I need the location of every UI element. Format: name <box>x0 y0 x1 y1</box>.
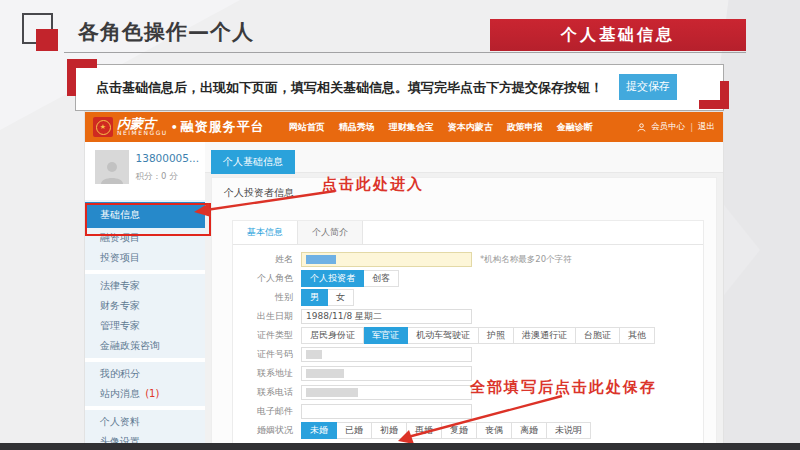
user-card: 13800005... 积分：0 分 <box>85 142 205 200</box>
option-passport[interactable]: 护照 <box>479 327 514 344</box>
instruction-box: 点击基础信息后，出现如下页面，填写相关基础信息。填写完毕点击下方提交保存按钮！ … <box>75 64 724 111</box>
option-married[interactable]: 已婚 <box>337 422 372 439</box>
deco-square-red <box>36 29 58 51</box>
nav-item-home[interactable]: 网站首页 <box>289 121 325 134</box>
birthdate-input[interactable]: 1988/11/8 星期二 <box>301 309 472 324</box>
divider: | <box>690 122 693 132</box>
user-phone: 13800005... <box>136 152 199 164</box>
sidebar-group: 法律专家 财务专家 管理专家 金融政策咨询 <box>85 274 205 358</box>
tab-strip: 个人基础信息 <box>205 142 723 173</box>
topic-badge: 个人基础信息 <box>490 19 746 51</box>
form-row-role: 个人角色 个人投资者 创客 <box>233 272 703 285</box>
nav-item-policy[interactable]: 政策申报 <box>507 121 543 134</box>
content-panel: 个人投资者信息 基本信息 个人简介 姓名 * <box>211 177 717 443</box>
highlight-rect-basic-info <box>85 203 211 236</box>
sidebar-group: 我的积分 站内消息 (1) <box>85 362 205 406</box>
option-male[interactable]: 男 <box>301 289 328 306</box>
avatar <box>95 150 129 184</box>
instruction-text: 点击基础信息后，出现如下页面，填写相关基础信息。填写完毕点击下方提交保存按钮！ <box>96 65 603 110</box>
option-unmarried[interactable]: 未婚 <box>301 422 337 439</box>
redacted-value <box>306 388 358 397</box>
header-account-area: 会员中心 | 退出 <box>637 121 715 133</box>
redacted-name-value <box>306 255 336 264</box>
tab-basic-info[interactable]: 基本信息 <box>233 221 298 244</box>
star-icon: ★ <box>96 120 111 135</box>
profile-form: 姓名 *机构名称最多20个字符 个人角色 个人投资者 创客 <box>233 245 703 437</box>
birthdate-label: 出生日期 <box>233 310 293 323</box>
marital-label: 婚姻状况 <box>233 424 293 437</box>
sidebar-item-management-expert[interactable]: 管理专家 <box>85 316 205 336</box>
member-center-link[interactable]: 会员中心 <box>651 121 685 133</box>
site-nav: 网站首页 精品秀场 理财集合宝 资本内蒙古 政策申报 金融诊断 <box>289 121 593 134</box>
sidebar-item-investment-projects[interactable]: 投资项目 <box>85 248 205 268</box>
option-restored-marriage[interactable]: 复婚 <box>442 422 477 439</box>
sidebar-item-avatar-settings[interactable]: 头像设置 <box>85 432 205 443</box>
logo-separator: • <box>171 121 178 134</box>
gender-label: 性别 <box>233 291 293 304</box>
corner-bracket <box>720 81 729 109</box>
option-widowed[interactable]: 丧偶 <box>477 422 512 439</box>
cert-type-label: 证件类型 <box>233 329 293 342</box>
logout-link[interactable]: 退出 <box>698 121 715 133</box>
page-title: 各角色操作—个人 <box>78 18 254 46</box>
option-military-id[interactable]: 军官证 <box>364 327 408 344</box>
phone-input[interactable] <box>301 385 472 400</box>
logo-text-en: NEIMENGGU <box>117 130 168 136</box>
redacted-value <box>306 369 344 378</box>
form-row-gender: 性别 男 女 <box>233 291 703 304</box>
cert-no-label: 证件号码 <box>233 348 293 361</box>
form-row-cert-type: 证件类型 居民身份证 军官证 机动车驾驶证 护照 港澳通行证 台胞证 其他 <box>233 329 703 342</box>
email-input[interactable] <box>301 404 472 419</box>
address-input[interactable] <box>301 366 472 381</box>
divider <box>64 52 746 53</box>
emblem-icon: ★ <box>93 117 113 137</box>
option-taiwan-permit[interactable]: 台胞证 <box>576 327 620 344</box>
email-label: 电子邮件 <box>233 405 293 418</box>
bottom-bar <box>0 443 800 450</box>
sidebar-group: 个人资料 头像设置 修改密码 退出登录 <box>85 410 205 443</box>
nav-item-capital[interactable]: 资本内蒙古 <box>448 121 493 134</box>
role-label: 个人角色 <box>233 272 293 285</box>
sidebar-item-legal-expert[interactable]: 法律专家 <box>85 276 205 296</box>
name-label: 姓名 <box>233 253 293 266</box>
option-first-marriage[interactable]: 初婚 <box>372 422 407 439</box>
option-other[interactable]: 其他 <box>620 327 655 344</box>
option-female[interactable]: 女 <box>328 289 354 306</box>
main-content: 个人基础信息 个人投资者信息 基本信息 个人简介 姓名 <box>205 142 723 443</box>
option-personal-investor[interactable]: 个人投资者 <box>301 270 364 287</box>
sidebar-item-messages[interactable]: 站内消息 (1) <box>85 384 205 404</box>
sidebar-item-finance-expert[interactable]: 财务专家 <box>85 296 205 316</box>
form-row-cert-no: 证件号码 <box>233 348 703 361</box>
slide: 各角色操作—个人 个人基础信息 点击基础信息后，出现如下页面，填写相关基础信息。… <box>0 0 800 450</box>
gender-options: 男 女 <box>301 289 354 306</box>
user-points: 积分：0 分 <box>136 171 199 183</box>
nav-item-wealth[interactable]: 理财集合宝 <box>389 121 434 134</box>
address-label: 联系地址 <box>233 367 293 380</box>
sidebar-item-policy-consult[interactable]: 金融政策咨询 <box>85 336 205 356</box>
logo-suffix: 融资服务平台 <box>181 118 265 136</box>
sidebar-item-profile[interactable]: 个人资料 <box>85 412 205 432</box>
tab-personal-intro[interactable]: 个人简介 <box>298 221 363 244</box>
tab-personal-basic-info[interactable]: 个人基础信息 <box>211 150 295 174</box>
option-divorced[interactable]: 离婚 <box>512 422 547 439</box>
sidebar-item-label: 站内消息 <box>100 388 140 399</box>
nav-item-showcase[interactable]: 精品秀场 <box>339 121 375 134</box>
cert-no-input[interactable] <box>301 347 472 362</box>
form-row-marital: 婚姻状况 未婚 已婚 初婚 再婚 复婚 丧偶 离婚 未说明 <box>233 424 703 437</box>
option-id-card[interactable]: 居民身份证 <box>301 327 364 344</box>
submit-save-button[interactable]: 提交保存 <box>619 74 677 100</box>
role-options: 个人投资者 创客 <box>301 270 399 287</box>
form-row-birthdate: 出生日期 1988/11/8 星期二 <box>233 310 703 323</box>
corner-bracket <box>67 59 97 68</box>
nav-item-finance[interactable]: 金融诊断 <box>557 121 593 134</box>
sidebar-item-my-points[interactable]: 我的积分 <box>85 364 205 384</box>
site-logo[interactable]: 内蒙古 NEIMENGGU <box>117 118 168 136</box>
option-remarried[interactable]: 再婚 <box>407 422 442 439</box>
option-driver-license[interactable]: 机动车驾驶证 <box>408 327 479 344</box>
name-hint: *机构名称最多20个字符 <box>480 254 572 266</box>
option-maker[interactable]: 创客 <box>364 270 399 287</box>
option-hk-macau-permit[interactable]: 港澳通行证 <box>514 327 576 344</box>
option-unstated[interactable]: 未说明 <box>547 422 591 439</box>
annotation-save-here: 全部填写后点击此处保存 <box>470 378 657 397</box>
name-input[interactable] <box>301 252 472 267</box>
